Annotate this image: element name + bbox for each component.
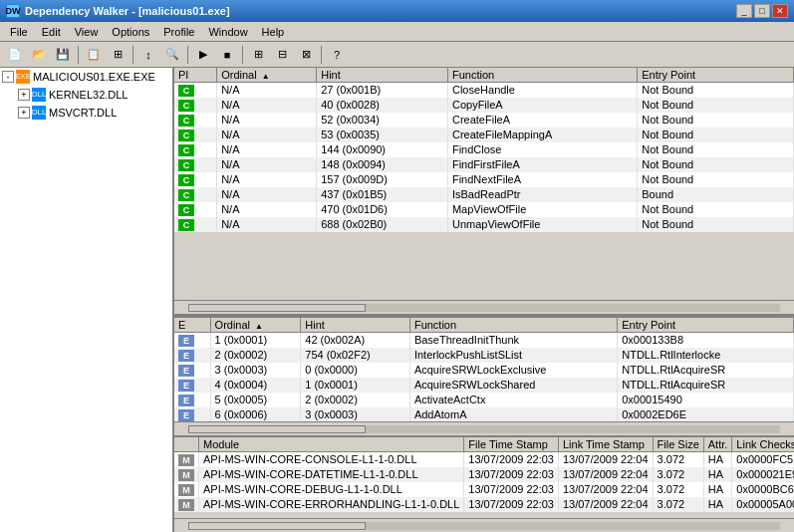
imports-row[interactable]: C N/A 40 (0x0028) CopyFileA Not Bound [174, 98, 794, 113]
cell-function: CloseHandle [447, 83, 637, 99]
col-ordinal-bot[interactable]: Ordinal ▲ [210, 318, 301, 333]
cell-entry-point: Bound [638, 187, 794, 202]
col-link-checksum[interactable]: Link Checksum [732, 437, 794, 452]
imports-row[interactable]: C N/A 157 (0x009D) FindNextFileA Not Bou… [174, 172, 794, 187]
maximize-button[interactable]: □ [754, 4, 770, 18]
col-module[interactable] [174, 437, 199, 452]
cell-link-checksum: 0x00005A00 [732, 497, 794, 512]
toolbar-help2[interactable]: ? [326, 45, 348, 65]
cell-ordinal: 5 (0x0005) [210, 393, 301, 407]
menu-file[interactable]: File [4, 24, 34, 40]
toolbar-select-all[interactable]: ⊞ [107, 45, 129, 65]
imports-row[interactable]: C N/A 148 (0x0094) FindFirstFileA Not Bo… [174, 157, 794, 172]
menu-window[interactable]: Window [202, 24, 253, 40]
col-link-time[interactable]: Link Time Stamp [558, 437, 653, 452]
tree-item-msvcrt[interactable]: + DLL MSVCRT.DLL [16, 104, 172, 122]
toolbar-new[interactable]: 📄 [4, 45, 26, 65]
toolbar-find[interactable]: 🔍 [161, 45, 183, 65]
cell-function: InterlockPushListSList [409, 348, 617, 363]
cell-pi: C [174, 172, 217, 187]
bottom-scrollbar-thumb[interactable] [188, 425, 366, 433]
cell-hint: 42 (0x002A) [301, 333, 410, 349]
col-file-size[interactable]: File Size [653, 437, 703, 452]
menu-help[interactable]: Help [256, 24, 291, 40]
window-title: Dependency Walker - [malicious01.exe] [25, 5, 230, 17]
cell-entry-point: Not Bound [638, 142, 794, 157]
tree-toggle-msvcrt[interactable]: + [18, 107, 30, 119]
cell-attr: HA [703, 497, 732, 512]
toolbar-open[interactable]: 📂 [28, 45, 50, 65]
exports-row[interactable]: E 3 (0x0003) 0 (0x0000) AcquireSRWLockEx… [174, 363, 794, 378]
col-pi[interactable]: PI [174, 68, 217, 83]
toolbar-save[interactable]: 💾 [52, 45, 74, 65]
toolbar-copy[interactable]: 📋 [83, 45, 105, 65]
col-function-bot[interactable]: Function [409, 318, 617, 333]
menu-view[interactable]: View [69, 24, 105, 40]
toolbar: 📄 📂 💾 📋 ⊞ ↕ 🔍 ▶ ■ ⊞ ⊟ ⊠ ? [0, 42, 794, 68]
exports-row[interactable]: E 5 (0x0005) 2 (0x0002) ActivateActCtx 0… [174, 393, 794, 407]
imports-row[interactable]: C N/A 144 (0x0090) FindClose Not Bound [174, 142, 794, 157]
exports-table-scroll[interactable]: E Ordinal ▲ Hint Function Entry Point E … [174, 318, 794, 421]
col-hint-top[interactable]: Hint [317, 68, 448, 83]
bottom-scrollbar-h[interactable] [174, 421, 794, 435]
imports-row[interactable]: C N/A 470 (0x01D6) MapViewOfFile Not Bou… [174, 202, 794, 217]
menu-profile[interactable]: Profile [157, 24, 200, 40]
imports-row[interactable]: C N/A 52 (0x0034) CreateFileA Not Bound [174, 113, 794, 128]
toolbar-view2[interactable]: ⊟ [271, 45, 293, 65]
col-file-time[interactable]: File Time Stamp [464, 437, 559, 452]
cell-ordinal: 6 (0x0006) [210, 407, 301, 421]
toolbar-stop[interactable]: ■ [216, 45, 238, 65]
module-row[interactable]: M API-MS-WIN-CORE-DEBUG-L1-1-0.DLL 13/07… [174, 482, 794, 497]
cell-entry-point: Not Bound [638, 157, 794, 172]
top-scrollbar-h[interactable] [174, 300, 794, 314]
cell-pi: C [174, 187, 217, 202]
cell-function: CreateFileMappingA [447, 128, 637, 142]
menu-edit[interactable]: Edit [36, 24, 67, 40]
imports-row[interactable]: C N/A 688 (0x02B0) UnmapViewOfFile Not B… [174, 217, 794, 232]
cell-link-checksum: 0x0000FC51 [732, 452, 794, 468]
tree-panel: - EXE MALICIOUS01.EXE.EXE + DLL KERNEL32… [0, 68, 174, 532]
col-entry-point-top[interactable]: Entry Point [638, 68, 794, 83]
col-e[interactable]: E [174, 318, 210, 333]
cell-pi: C [174, 202, 217, 217]
module-row[interactable]: M API-MS-WIN-CORE-ERRORHANDLING-L1-1-0.D… [174, 497, 794, 512]
col-hint-bot[interactable]: Hint [301, 318, 410, 333]
tree-item-root[interactable]: - EXE MALICIOUS01.EXE.EXE [0, 68, 172, 86]
imports-table-scroll[interactable]: PI Ordinal ▲ Hint Function Entry Point C… [174, 68, 794, 300]
toolbar-expand[interactable]: ↕ [137, 45, 159, 65]
cell-ordinal: 4 (0x0004) [210, 378, 301, 393]
col-ordinal-top[interactable]: Ordinal ▲ [217, 68, 317, 83]
top-scrollbar-thumb[interactable] [188, 304, 366, 312]
close-button[interactable]: ✕ [772, 4, 788, 18]
toolbar-view3[interactable]: ⊠ [295, 45, 317, 65]
imports-row[interactable]: C N/A 27 (0x001B) CloseHandle Not Bound [174, 83, 794, 99]
module-row[interactable]: M API-MS-WIN-CORE-DATETIME-L1-1-0.DLL 13… [174, 467, 794, 482]
minimize-button[interactable]: _ [736, 4, 752, 18]
col-module-name[interactable]: Module [199, 437, 464, 452]
cell-function: BaseThreadInitThunk [409, 333, 617, 349]
tree-label-msvcrt: MSVCRT.DLL [49, 105, 117, 121]
toolbar-view1[interactable]: ⊞ [247, 45, 269, 65]
module-table-scroll[interactable]: Module File Time Stamp Link Time Stamp F… [174, 437, 794, 518]
tree-toggle-root[interactable]: - [2, 71, 14, 83]
module-scrollbar-h[interactable] [174, 518, 794, 532]
tree-item-kernel32[interactable]: + DLL KERNEL32.DLL [16, 86, 172, 104]
col-entry-point-bot[interactable]: Entry Point [618, 318, 794, 333]
col-function-top[interactable]: Function [447, 68, 637, 83]
imports-row[interactable]: C N/A 53 (0x0035) CreateFileMappingA Not… [174, 128, 794, 142]
menu-options[interactable]: Options [106, 24, 155, 40]
toolbar-profile[interactable]: ▶ [192, 45, 214, 65]
cell-pi: C [174, 128, 217, 142]
exports-row[interactable]: E 2 (0x0002) 754 (0x02F2) InterlockPushL… [174, 348, 794, 363]
exports-row[interactable]: E 6 (0x0006) 3 (0x0003) AddAtomA 0x0002E… [174, 407, 794, 421]
module-scrollbar-thumb[interactable] [188, 522, 366, 530]
exports-row[interactable]: E 4 (0x0004) 1 (0x0001) AcquireSRWLockSh… [174, 378, 794, 393]
exports-row[interactable]: E 1 (0x0001) 42 (0x002A) BaseThreadInitT… [174, 333, 794, 349]
module-row[interactable]: M API-MS-WIN-CORE-CONSOLE-L1-1-0.DLL 13/… [174, 452, 794, 468]
imports-row[interactable]: C N/A 437 (0x01B5) IsBadReadPtr Bound [174, 187, 794, 202]
col-attr[interactable]: Attr. [703, 437, 732, 452]
cell-hint: 437 (0x01B5) [317, 187, 448, 202]
pi-badge: C [178, 100, 194, 112]
tree-toggle-kernel32[interactable]: + [18, 89, 30, 101]
module-table: Module File Time Stamp Link Time Stamp F… [174, 437, 794, 512]
